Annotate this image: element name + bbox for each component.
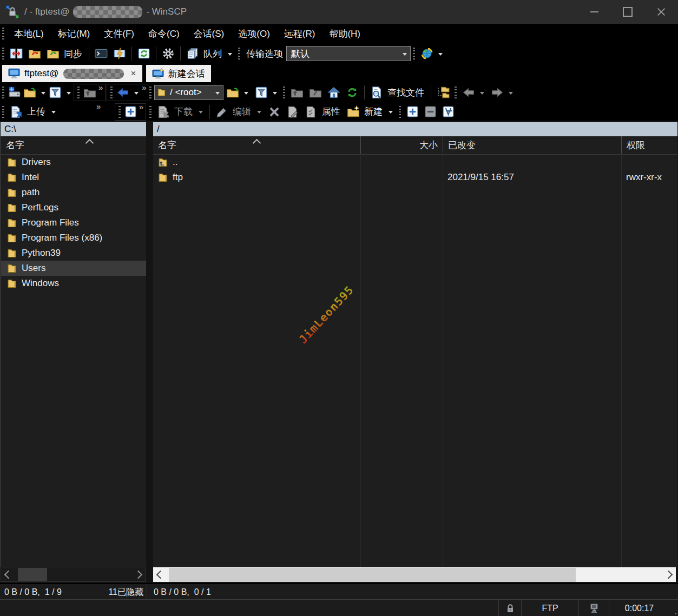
- file-row-program-files[interactable]: Program Files: [1, 215, 146, 230]
- toolbar-grip[interactable]: [399, 106, 401, 118]
- back-dropdown-icon[interactable]: [134, 92, 139, 95]
- transfer-settings-combo[interactable]: 默认: [286, 46, 411, 61]
- forward-dropdown-icon[interactable]: [509, 92, 513, 95]
- connection-status-cell[interactable]: [578, 600, 609, 616]
- menu-session[interactable]: 会话(S): [187, 28, 232, 40]
- scroll-left-icon[interactable]: [4, 570, 13, 579]
- rename-button[interactable]: [284, 104, 302, 120]
- maximize-button[interactable]: [611, 0, 644, 24]
- local-back-button[interactable]: [115, 84, 141, 101]
- menu-commands[interactable]: 命令(C): [141, 28, 187, 40]
- local-filter-button[interactable]: [48, 84, 73, 101]
- open-terminal-button[interactable]: [92, 45, 110, 62]
- menu-remote[interactable]: 远程(R): [277, 28, 322, 40]
- file-row-parent[interactable]: ..: [153, 155, 677, 170]
- overflow-chevron[interactable]: »: [96, 103, 101, 110]
- preferences-button[interactable]: [159, 45, 177, 62]
- local-horizontal-scrollbar[interactable]: [1, 567, 146, 582]
- remote-select-button[interactable]: [404, 104, 422, 120]
- security-status-cell[interactable]: [498, 600, 521, 616]
- toolbar-grip[interactable]: [77, 87, 80, 98]
- overflow-chevron[interactable]: »: [98, 84, 103, 91]
- directory-tree-button[interactable]: [434, 84, 452, 101]
- session-color-button[interactable]: [418, 45, 446, 62]
- new-dropdown-icon[interactable]: [389, 111, 393, 114]
- local-select-button[interactable]: [123, 104, 138, 120]
- file-row-path[interactable]: path: [1, 185, 146, 200]
- open-directory-dropdown-icon[interactable]: [244, 92, 248, 95]
- tab-close-button[interactable]: ×: [131, 68, 136, 79]
- toolbar-grip[interactable]: [110, 87, 113, 98]
- remote-back-button[interactable]: [459, 84, 488, 101]
- toolbar-grip[interactable]: [238, 48, 240, 59]
- toolbar-grip[interactable]: [149, 87, 152, 98]
- remote-unselect-button[interactable]: [422, 104, 439, 120]
- properties-button[interactable]: 属性: [302, 104, 344, 120]
- menubar-grip[interactable]: [2, 28, 4, 39]
- remote-parent-directory-button[interactable]: [288, 84, 306, 101]
- local-path-bar[interactable]: C:\: [1, 122, 146, 136]
- menu-file[interactable]: 文件(F): [97, 28, 141, 40]
- session-color-dropdown-icon[interactable]: [438, 53, 443, 56]
- overflow-chevron[interactable]: »: [142, 84, 146, 91]
- upload-button[interactable]: 上传: [7, 104, 60, 120]
- menu-local[interactable]: 本地(L): [7, 28, 51, 40]
- local-header-name[interactable]: 名字: [1, 136, 29, 154]
- file-row-ftp[interactable]: ftp 2021/9/15 16:57 rwxr-xr-x: [153, 170, 677, 185]
- local-parent-directory-button[interactable]: [82, 84, 97, 101]
- remote-header-changed[interactable]: 已改变: [443, 136, 621, 154]
- delete-button[interactable]: [265, 104, 284, 120]
- local-drive-button[interactable]: [7, 84, 22, 101]
- toolbar-grip[interactable]: [2, 106, 4, 118]
- toolbar-grip[interactable]: [455, 87, 457, 98]
- menu-mark[interactable]: 标记(M): [51, 28, 97, 40]
- toolbar-grip[interactable]: [283, 87, 285, 98]
- toolbar-grip[interactable]: [413, 48, 415, 59]
- upload-dropdown-icon[interactable]: [51, 111, 56, 114]
- file-row-users-selected[interactable]: Users: [1, 261, 146, 276]
- file-row-intel[interactable]: Intel: [1, 170, 146, 185]
- toolbar-grip[interactable]: [2, 48, 4, 59]
- remote-directory-combo[interactable]: / <root>: [154, 85, 223, 100]
- menu-options[interactable]: 选项(O): [231, 28, 277, 40]
- minimize-button[interactable]: [577, 0, 611, 24]
- local-scrollbar-thumb[interactable]: [18, 568, 47, 581]
- resize-grip[interactable]: [669, 600, 678, 616]
- remote-header-size[interactable]: 大小: [360, 136, 443, 154]
- synchronize-button[interactable]: 同步: [44, 45, 86, 62]
- new-button[interactable]: 新建: [344, 104, 397, 120]
- synchronize-browsing-button[interactable]: [25, 45, 44, 62]
- invert-selection-button[interactable]: [439, 104, 457, 120]
- close-button[interactable]: [644, 0, 678, 24]
- filter-dropdown-icon[interactable]: [273, 92, 277, 95]
- remote-open-directory-button[interactable]: [223, 84, 252, 101]
- file-row-python39[interactable]: Python39: [1, 246, 146, 261]
- remote-scrollbar-thumb[interactable]: [169, 568, 576, 582]
- toolbar-grip[interactable]: [149, 106, 152, 118]
- remote-home-directory-button[interactable]: [325, 84, 343, 101]
- edit-button[interactable]: 编辑: [213, 104, 265, 120]
- remote-filter-button[interactable]: [252, 84, 281, 101]
- file-row-program-files-x86[interactable]: Program Files (x86): [1, 230, 146, 246]
- queue-button[interactable]: 队列: [183, 45, 236, 62]
- menu-help[interactable]: 帮助(H): [322, 28, 367, 40]
- file-row-windows[interactable]: Windows: [1, 276, 146, 291]
- remote-forward-button[interactable]: [488, 84, 517, 101]
- download-dropdown-icon[interactable]: [199, 111, 203, 114]
- scroll-right-icon[interactable]: [134, 570, 143, 579]
- edit-dropdown-icon[interactable]: [257, 111, 261, 114]
- session-tab-active[interactable]: ftptest@ ×: [2, 65, 142, 82]
- remote-root-directory-button[interactable]: [306, 84, 325, 101]
- filter-dropdown-icon[interactable]: [67, 92, 71, 95]
- queue-dropdown-icon[interactable]: [228, 53, 232, 56]
- open-directory-dropdown-icon[interactable]: [41, 92, 45, 95]
- remote-refresh-button[interactable]: [343, 84, 361, 101]
- local-open-directory-button[interactable]: [22, 84, 48, 101]
- remote-header-rights[interactable]: 权限: [621, 136, 677, 154]
- file-row-drivers[interactable]: Drivers: [1, 155, 146, 170]
- download-button[interactable]: 下载: [154, 104, 207, 120]
- scroll-left-icon[interactable]: [156, 571, 165, 579]
- swap-panels-button[interactable]: [7, 45, 25, 62]
- file-row-perflogs[interactable]: PerfLogs: [1, 200, 146, 215]
- protocol-cell[interactable]: FTP: [521, 600, 578, 616]
